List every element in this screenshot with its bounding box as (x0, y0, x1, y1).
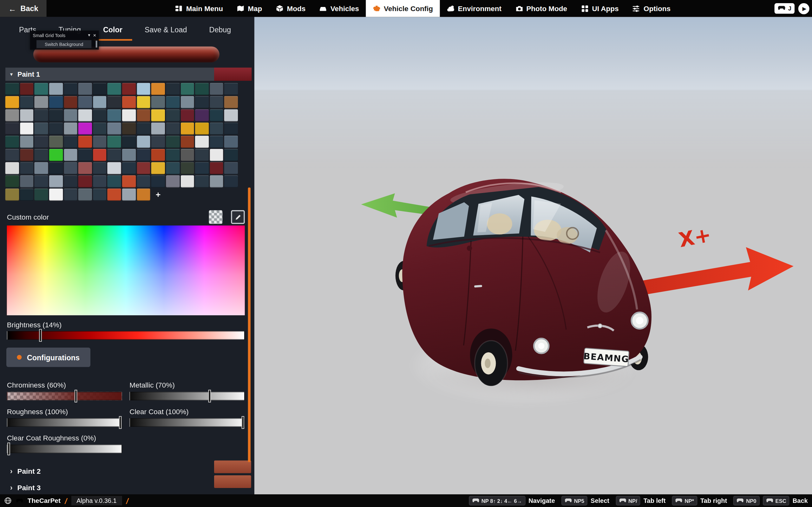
color-swatch[interactable] (93, 162, 107, 174)
tab-save-load[interactable]: Save & Load (135, 21, 197, 41)
color-swatch[interactable] (78, 109, 92, 121)
color-swatch[interactable] (122, 175, 136, 187)
slider-track[interactable] (7, 392, 122, 400)
color-swatch[interactable] (5, 175, 19, 187)
color-swatch[interactable] (49, 188, 63, 201)
slider-handle[interactable] (74, 390, 77, 402)
tab-color[interactable]: Color (94, 21, 132, 41)
color-swatch[interactable] (137, 162, 150, 174)
slider-handle[interactable] (119, 416, 121, 429)
color-swatch[interactable] (64, 149, 78, 161)
color-swatch[interactable] (20, 123, 34, 135)
color-swatch[interactable] (224, 123, 238, 135)
color-swatch[interactable] (137, 96, 150, 108)
color-swatch[interactable] (78, 96, 92, 108)
color-swatch[interactable] (107, 96, 121, 108)
color-swatch[interactable] (224, 83, 238, 95)
color-swatch[interactable] (93, 135, 107, 148)
color-swatch[interactable] (5, 149, 19, 161)
color-swatch[interactable] (93, 175, 107, 187)
menu-item-environment[interactable]: Environment (440, 0, 508, 17)
color-swatch[interactable] (195, 123, 209, 135)
color-swatch[interactable] (181, 83, 194, 95)
color-swatch[interactable] (137, 83, 150, 95)
color-swatch[interactable] (195, 162, 209, 174)
color-swatch[interactable] (122, 135, 136, 148)
color-swatch[interactable] (64, 96, 78, 108)
paint3-color-preview[interactable] (214, 475, 251, 488)
color-swatch[interactable] (122, 188, 136, 201)
color-swatch[interactable] (64, 109, 78, 121)
color-swatch[interactable] (49, 175, 63, 187)
color-swatch[interactable] (78, 149, 92, 161)
color-swatch[interactable] (20, 149, 34, 161)
color-swatch[interactable] (64, 162, 78, 174)
color-swatch[interactable] (224, 135, 238, 148)
color-swatch[interactable] (107, 109, 121, 121)
color-swatch[interactable] (78, 188, 92, 201)
color-swatch[interactable] (49, 162, 63, 174)
color-swatch[interactable] (151, 149, 165, 161)
add-color-button[interactable]: + (151, 188, 165, 201)
color-swatch[interactable] (35, 162, 48, 174)
color-swatch[interactable] (35, 135, 48, 148)
color-swatch[interactable] (93, 149, 107, 161)
color-swatch[interactable] (20, 109, 34, 121)
color-swatch[interactable] (20, 83, 34, 95)
color-swatch[interactable] (210, 149, 223, 161)
color-swatch[interactable] (137, 135, 150, 148)
color-swatch[interactable] (151, 135, 165, 148)
color-swatch[interactable] (166, 149, 180, 161)
color-swatch[interactable] (78, 135, 92, 148)
color-swatch[interactable] (224, 149, 238, 161)
color-swatch[interactable] (49, 135, 63, 148)
color-swatch[interactable] (64, 175, 78, 187)
color-swatch[interactable] (107, 135, 121, 148)
color-swatch[interactable] (35, 83, 48, 95)
play-button[interactable]: ▶ (798, 3, 809, 14)
color-swatch[interactable] (151, 96, 165, 108)
color-swatch[interactable] (35, 123, 48, 135)
paint2-color-preview[interactable] (214, 460, 251, 473)
color-swatch[interactable] (5, 96, 19, 108)
menu-item-vehicles[interactable]: Vehicles (312, 0, 366, 17)
transparency-checker-button[interactable] (209, 210, 222, 224)
color-swatch[interactable] (210, 123, 223, 135)
menu-item-main-menu[interactable]: Main Menu (168, 0, 230, 17)
paint3-header[interactable]: › Paint 3 (5, 481, 41, 494)
color-swatch[interactable] (20, 188, 34, 201)
slider-track[interactable] (7, 445, 122, 453)
color-swatch[interactable] (122, 162, 136, 174)
color-swatch[interactable] (166, 123, 180, 135)
color-swatch[interactable] (195, 149, 209, 161)
color-swatch[interactable] (35, 149, 48, 161)
color-swatch[interactable] (137, 175, 150, 187)
color-swatch[interactable] (181, 149, 194, 161)
color-swatch[interactable] (195, 135, 209, 148)
color-swatch[interactable] (78, 83, 92, 95)
color-swatch[interactable] (35, 96, 48, 108)
color-swatch[interactable] (137, 123, 150, 135)
color-swatch[interactable] (166, 135, 180, 148)
color-swatch[interactable] (35, 188, 48, 201)
color-swatch[interactable] (195, 83, 209, 95)
color-swatch[interactable] (166, 83, 180, 95)
color-swatch[interactable] (35, 109, 48, 121)
color-swatch[interactable] (137, 109, 150, 121)
configurations-button[interactable]: Configurations (6, 348, 90, 367)
color-swatch[interactable] (224, 162, 238, 174)
color-swatch[interactable] (122, 109, 136, 121)
color-swatch[interactable] (49, 109, 63, 121)
color-swatch[interactable] (5, 162, 19, 174)
color-swatch[interactable] (224, 109, 238, 121)
panel-scrollbar[interactable] (248, 187, 251, 462)
color-swatch[interactable] (210, 109, 223, 121)
brightness-handle[interactable] (39, 329, 42, 342)
menu-item-ui-apps[interactable]: UI Apps (574, 0, 626, 17)
color-swatch[interactable] (49, 83, 63, 95)
color-swatch[interactable] (78, 162, 92, 174)
color-swatch[interactable] (49, 123, 63, 135)
color-swatch[interactable] (20, 162, 34, 174)
color-swatch[interactable] (224, 175, 238, 187)
color-swatch[interactable] (5, 135, 19, 148)
